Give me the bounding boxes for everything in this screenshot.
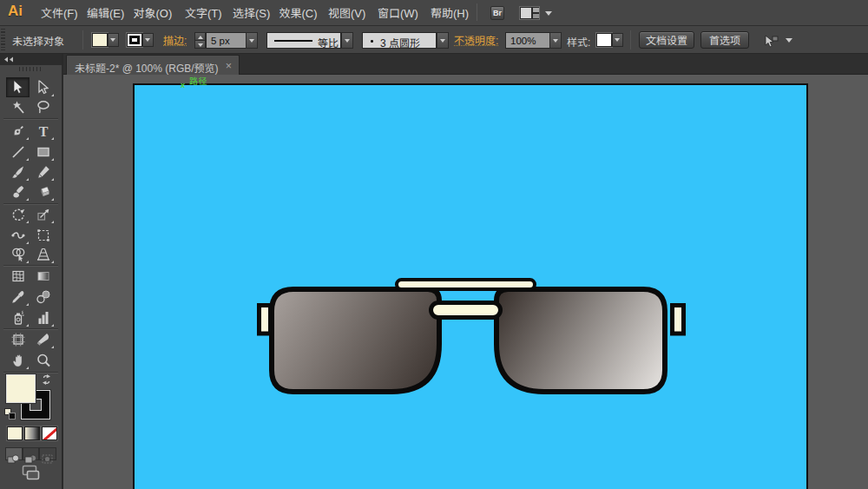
stroke-profile-line-icon [274, 40, 312, 42]
select-similar-icon[interactable] [761, 33, 779, 48]
selection-tool[interactable] [6, 77, 30, 98]
collapse-panel-icon[interactable] [3, 56, 14, 63]
lasso-tool[interactable] [32, 97, 56, 118]
preferences-button[interactable]: 首选项 [700, 31, 749, 49]
menu-文字(T)[interactable]: 文字(T) [178, 0, 229, 25]
tools-panel: T [0, 54, 62, 489]
style-swatch[interactable] [596, 33, 612, 47]
opacity-input[interactable]: 100% [505, 32, 549, 49]
blend-tool[interactable] [32, 287, 56, 307]
menu-选择(S)[interactable]: 选择(S) [226, 0, 277, 25]
left-temple-shape[interactable] [260, 306, 271, 334]
screen-mode-button[interactable] [20, 465, 42, 481]
none-mode-button[interactable] [42, 426, 57, 440]
artboard-tool[interactable] [6, 329, 30, 350]
symbol-sprayer-tool[interactable] [6, 307, 30, 328]
workspace-switcher-icon[interactable] [519, 6, 540, 20]
fill-color-swatch[interactable] [92, 33, 108, 47]
eraser-tool[interactable] [32, 182, 56, 202]
right-temple-shape[interactable] [673, 306, 684, 334]
fill-color-dropdown[interactable] [108, 33, 119, 47]
line-segment-tool[interactable] [6, 142, 30, 162]
width-profile-select[interactable]: 等比 [266, 32, 341, 49]
bridge-button[interactable]: Br [490, 6, 504, 20]
stroke-width-input[interactable]: 5 px [206, 32, 246, 49]
brush-dropdown[interactable] [437, 32, 449, 49]
stroke-width-dropdown[interactable] [246, 32, 258, 49]
stroke-width-stepper[interactable] [194, 32, 206, 49]
tab-close-icon[interactable]: × [226, 60, 232, 72]
pencil-tool[interactable] [32, 162, 56, 182]
rotate-tool[interactable] [6, 204, 30, 225]
pen-tool[interactable] [6, 121, 30, 142]
bridge-shape[interactable] [431, 303, 501, 318]
menu-对象(O)[interactable]: 对象(O) [127, 0, 180, 25]
select-similar-caret-icon[interactable] [786, 38, 792, 43]
swap-fill-stroke-icon[interactable] [41, 374, 52, 385]
default-fill-stroke-icon[interactable] [4, 408, 16, 420]
zoom-tool[interactable] [32, 350, 56, 371]
top-bar-shape[interactable] [397, 280, 535, 289]
shape-builder-tool[interactable] [6, 244, 30, 265]
slice-tool[interactable] [32, 329, 56, 350]
flyout-indicator [26, 178, 29, 181]
draw-inside-button[interactable] [39, 447, 56, 461]
scale-tool[interactable] [32, 204, 56, 225]
paintbrush-tool[interactable] [6, 162, 30, 182]
rectangle-tool[interactable] [32, 142, 56, 162]
stroke-color-dropdown[interactable] [142, 33, 154, 47]
stroke-panel-link[interactable]: 描边: [163, 34, 187, 46]
stepper-down-icon[interactable] [194, 40, 206, 49]
menu-文件(F)[interactable]: 文件(F) [34, 0, 85, 25]
magic-wand-tool[interactable] [6, 97, 30, 118]
width-icon [10, 228, 25, 243]
menu-效果(C)[interactable]: 效果(C) [273, 0, 325, 25]
right-lens-shape[interactable] [496, 289, 665, 392]
stroke-color-swatch[interactable] [127, 33, 142, 47]
style-dropdown[interactable] [612, 33, 623, 47]
menu-编辑(E)[interactable]: 编辑(E) [80, 0, 131, 25]
tool-separator [3, 265, 58, 267]
document-setup-button[interactable]: 文档设置 [639, 31, 694, 49]
direct-selection-icon [36, 80, 51, 95]
draw-behind-button[interactable] [23, 447, 40, 461]
menu-视图(V)[interactable]: 视图(V) [321, 0, 372, 25]
opacity-dropdown[interactable] [549, 32, 562, 49]
document-tab[interactable]: 未标题-2* @ 100% (RGB/预览) × [66, 55, 240, 75]
type-tool[interactable]: T [32, 121, 56, 142]
artboard-icon [10, 333, 25, 347]
sunglasses-artwork[interactable] [63, 75, 868, 489]
hand-tool[interactable] [6, 350, 30, 371]
canvas-area[interactable]: x 路径 [63, 75, 868, 489]
fill-proxy-swatch[interactable] [6, 374, 36, 404]
blend-icon [36, 290, 51, 305]
tools-panel-grip[interactable] [19, 67, 42, 71]
control-bar-grip[interactable] [1, 29, 5, 50]
document-tab-title: 未标题-2* @ 100% (RGB/预览) [75, 60, 219, 75]
left-lens-shape[interactable] [272, 289, 439, 392]
width-profile-dropdown[interactable] [341, 32, 353, 49]
flyout-indicator [51, 221, 54, 223]
gradient-tool[interactable] [32, 266, 56, 287]
tool-separator [3, 328, 58, 330]
gradient-mode-button[interactable] [24, 426, 40, 440]
width-tool[interactable] [6, 225, 30, 246]
eyedropper-tool[interactable] [6, 287, 30, 307]
free-transform-tool[interactable] [32, 225, 56, 246]
blob-brush-tool[interactable] [6, 182, 30, 202]
lasso-icon [36, 100, 51, 115]
shape-builder-icon [10, 248, 25, 262]
document-tab-bar: 未标题-2* @ 100% (RGB/预览) × [63, 54, 868, 75]
perspective-grid-tool[interactable] [32, 244, 56, 265]
menu-帮助(H)[interactable]: 帮助(H) [424, 0, 476, 25]
brush-select[interactable]: 3 点圆形 [362, 32, 437, 49]
workspace-caret-icon[interactable] [545, 11, 552, 16]
menu-窗口(W)[interactable]: 窗口(W) [371, 0, 425, 25]
mesh-tool[interactable] [6, 266, 30, 287]
draw-normal-button[interactable] [5, 447, 23, 461]
color-mode-button[interactable] [7, 426, 23, 440]
direct-selection-tool[interactable] [32, 77, 56, 98]
opacity-panel-link[interactable]: 不透明度: [454, 34, 498, 46]
column-graph-tool[interactable] [32, 307, 56, 328]
flyout-indicator [51, 178, 54, 181]
